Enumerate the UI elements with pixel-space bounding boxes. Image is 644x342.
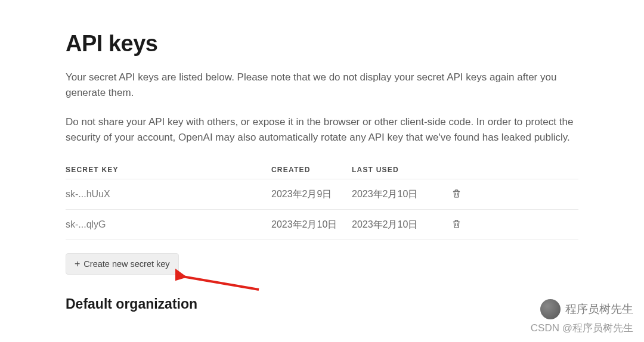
- table-row: sk-...qlyG 2023年2月10日 2023年2月10日: [66, 210, 578, 240]
- cell-created: 2023年2月9日: [271, 188, 352, 201]
- column-header-created: CREATED: [271, 166, 352, 174]
- watermark-text-1: 程序员树先生: [565, 301, 633, 317]
- cell-last-used: 2023年2月10日: [352, 219, 444, 231]
- cell-secret-key: sk-...qlyG: [66, 219, 271, 231]
- cell-created: 2023年2月10日: [271, 219, 352, 231]
- create-button-label: Create new secret key: [83, 259, 169, 269]
- watermark-csdn: CSDN @程序员树先生: [531, 321, 633, 335]
- description-paragraph-2: Do not share your API key with others, o…: [66, 114, 578, 146]
- column-header-secret-key: SECRET KEY: [66, 166, 271, 174]
- cell-last-used: 2023年2月10日: [352, 188, 444, 201]
- column-header-last-used: LAST USED: [352, 166, 444, 174]
- page-title: API keys: [66, 31, 578, 57]
- table-row: sk-...hUuX 2023年2月9日 2023年2月10日: [66, 179, 578, 210]
- default-organization-heading: Default organization: [66, 296, 578, 312]
- cell-secret-key: sk-...hUuX: [66, 188, 271, 201]
- api-keys-table: SECRET KEY CREATED LAST USED sk-...hUuX …: [66, 161, 578, 240]
- plus-icon: +: [75, 259, 80, 269]
- table-header-row: SECRET KEY CREATED LAST USED: [66, 161, 578, 179]
- description-paragraph-1: Your secret API keys are listed below. P…: [66, 70, 578, 101]
- create-secret-key-button[interactable]: + Create new secret key: [66, 253, 179, 275]
- avatar-icon: [540, 299, 561, 319]
- delete-key-button[interactable]: [451, 218, 462, 230]
- trash-icon: [452, 219, 461, 229]
- watermark-wechat: 程序员树先生: [540, 299, 633, 319]
- trash-icon: [452, 189, 461, 198]
- delete-key-button[interactable]: [451, 188, 462, 200]
